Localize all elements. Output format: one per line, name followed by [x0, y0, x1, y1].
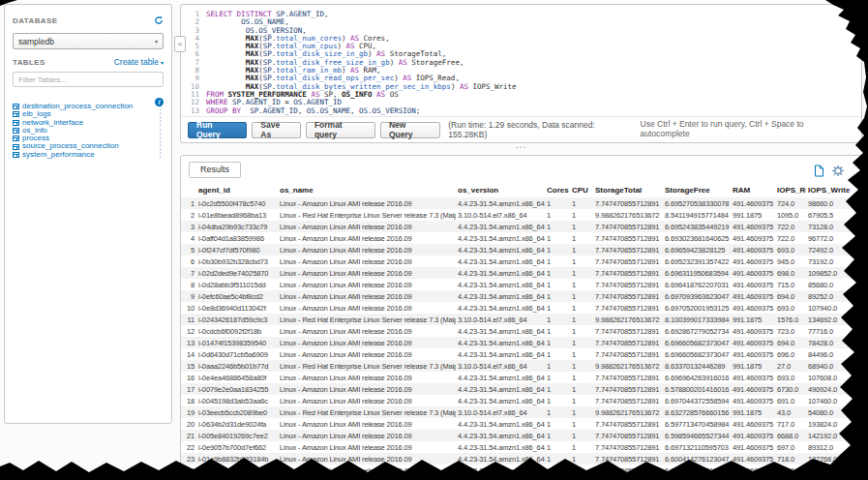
new-query-button[interactable]: New Query [380, 122, 440, 138]
table-cell: 8.632728576660156 [663, 406, 731, 418]
sidebar-item-system_performance[interactable]: system_performance⋮ [13, 151, 164, 159]
table-cell: 4.4.23-31.54.amzn1.x86_64 [456, 197, 545, 209]
row-number: 8 [181, 279, 196, 290]
table-cell: 1 [545, 441, 570, 453]
table-cell: 6.597713470458984 [663, 418, 731, 430]
table-cell: 1 [545, 383, 570, 395]
table-cell: 109852.0 [806, 267, 862, 279]
settings-gear-icon[interactable] [832, 164, 844, 181]
table-cell: 6.697044372558594 [663, 395, 731, 406]
splitter-handle[interactable]: ... [180, 142, 862, 152]
table-cell: 7.747470855712891 [593, 221, 663, 232]
column-header-agent_id: agent_id [196, 184, 278, 197]
table-cell: 4.4.23-31.54.amzn1.x86_64 [456, 383, 545, 395]
sidebar-item-process[interactable]: process⋮ [13, 135, 164, 142]
table-name-link[interactable]: os_info [22, 127, 47, 135]
ellipsis-menu-icon[interactable]: ⋮ [157, 135, 164, 142]
table-cell: 1 [545, 197, 570, 209]
table-cell: 1 [570, 372, 593, 383]
table-cell: 991.1875 [731, 360, 775, 372]
table-cell: 134692.0 [806, 314, 862, 325]
table-cell: 1 [570, 453, 593, 465]
query-editor-panel: 1SELECT DISTINCT SP.AGENT_ID,2 OS.OS_NAM… [180, 4, 862, 143]
format-query-button[interactable]: Format query [306, 122, 375, 138]
table-name-link[interactable]: system_performance [22, 151, 95, 159]
table-name-link[interactable]: network_interface [22, 119, 83, 127]
table-cell: 6.692867279052734 [663, 325, 731, 337]
export-file-icon[interactable] [814, 164, 824, 181]
table-cell: 1 [570, 465, 593, 476]
table-cell: 491.4609375 [731, 441, 775, 453]
table-cell: 1 [570, 418, 593, 430]
filter-tables-input[interactable] [13, 72, 164, 87]
table-cell: 78428.0 [806, 337, 862, 348]
tab-results[interactable]: Results [189, 162, 241, 178]
table-row: 12i-0cdcb6f0092f2f18bLinux - Amazon Linu… [181, 325, 862, 337]
table-cell: 193824.0 [806, 418, 862, 430]
table-cell: 7.747470855712891 [593, 290, 663, 302]
table-row: 21i-005e84019269c7ee2Linux - Amazon Linu… [181, 430, 862, 441]
ellipsis-menu-icon[interactable]: ⋮ [157, 143, 164, 150]
ellipsis-menu-icon[interactable]: ⋮ [157, 111, 164, 118]
table-cell: 694.0 [775, 465, 806, 476]
table-cell: Linux - Amazon Linux AMI release 2016.09 [278, 430, 456, 441]
sidebar-item-elb_logs[interactable]: elb_logs⋮ [13, 110, 164, 118]
table-cell: 1 [545, 232, 570, 244]
table-cell: 1 [545, 314, 570, 325]
table-cell: 6.600414276123047 [663, 453, 731, 465]
table-row: 3i-04dba29b93c733c79Linux - Amazon Linux… [181, 221, 862, 232]
save-as-button[interactable]: Save As [252, 122, 301, 138]
table-cell: i-0cd4b11e2ae4f4d50 [196, 465, 278, 476]
table-cell: i-04dba29b93c733c79 [196, 221, 278, 232]
table-cell: 1 [570, 395, 593, 406]
table-name-link[interactable]: elb_logs [22, 110, 51, 118]
row-number: 16 [181, 372, 196, 383]
table-cell: 7.747470855712891 [593, 348, 663, 360]
table-cell: Linux - Amazon Linux AMI release 2016.09 [278, 465, 456, 476]
row-number: 2 [181, 209, 196, 221]
sql-editor[interactable]: 1SELECT DISTINCT SP.AGENT_ID,2 OS.OS_NAM… [181, 5, 861, 117]
table-cell: i-01e9b8832b983184b [196, 453, 278, 465]
table-icon [13, 135, 19, 141]
ellipsis-menu-icon[interactable]: ⋮ [157, 104, 164, 110]
table-cell: 6.696605682373047 [663, 348, 731, 360]
table-cell: 6.696605682373047 [663, 337, 731, 348]
table-cell: 693.0 [775, 372, 806, 383]
ellipsis-menu-icon[interactable]: ⋮ [157, 151, 164, 158]
table-row: 8i-0d28abb3f511015ddLinux - Amazon Linux… [181, 279, 862, 290]
table-cell: 6.69659423828125 [663, 244, 731, 255]
table-cell: 1576.0 [775, 314, 806, 325]
ellipsis-menu-icon[interactable]: ⋮ [157, 128, 164, 135]
table-cell: 4.4.23-31.54.amzn1.x86_64 [456, 348, 545, 360]
sidebar-item-network_interface[interactable]: network_interface⋮ [13, 119, 164, 127]
table-icon [13, 111, 19, 117]
row-number: 1 [181, 197, 196, 209]
create-table-link[interactable]: Create table ▾ [114, 57, 164, 67]
table-cell: 107940.0 [806, 302, 862, 314]
database-select[interactable]: sampledb ▾ [13, 33, 164, 49]
table-cell: 491.4609375 [731, 232, 775, 244]
sidebar-item-destination_process_connection[interactable]: destination_process_connection⋮ [13, 103, 164, 110]
table-name-link[interactable]: destination_process_connection [22, 103, 133, 110]
results-header-row: agent_idos_nameos_versionCoresCPUStorage… [181, 184, 862, 197]
tables-label: TABLES [13, 58, 45, 67]
table-cell: 945.0 [775, 255, 806, 267]
refresh-icon[interactable] [154, 12, 164, 29]
table-cell: 1 [570, 232, 593, 244]
column-header-os_version: os_version [456, 184, 545, 197]
table-cell: 7.747470855712891 [593, 255, 663, 267]
table-name-link[interactable]: process [22, 135, 49, 142]
row-number: 10 [181, 302, 196, 314]
column-header-IOPS_Write: IOPS_Write [806, 184, 862, 197]
sidebar-item-os_info[interactable]: os_info⋮ [13, 127, 164, 135]
collapse-editor-button[interactable]: < [174, 36, 186, 52]
run-query-button[interactable]: Run Query [188, 122, 247, 138]
table-cell: 691.0 [775, 395, 806, 406]
table-cell: 7.747470855712891 [593, 418, 663, 430]
table-cell: 1 [545, 267, 570, 279]
sidebar-item-source_process_connection[interactable]: source_process_connection⋮ [13, 142, 164, 150]
ellipsis-menu-icon[interactable]: ⋮ [157, 119, 164, 126]
table-name-link[interactable]: source_process_connection [22, 142, 119, 150]
table-cell: 491.4609375 [731, 302, 775, 314]
table-row: 19i-03eecb5ccb2089be0Linux - Red Hat Ent… [181, 406, 862, 418]
